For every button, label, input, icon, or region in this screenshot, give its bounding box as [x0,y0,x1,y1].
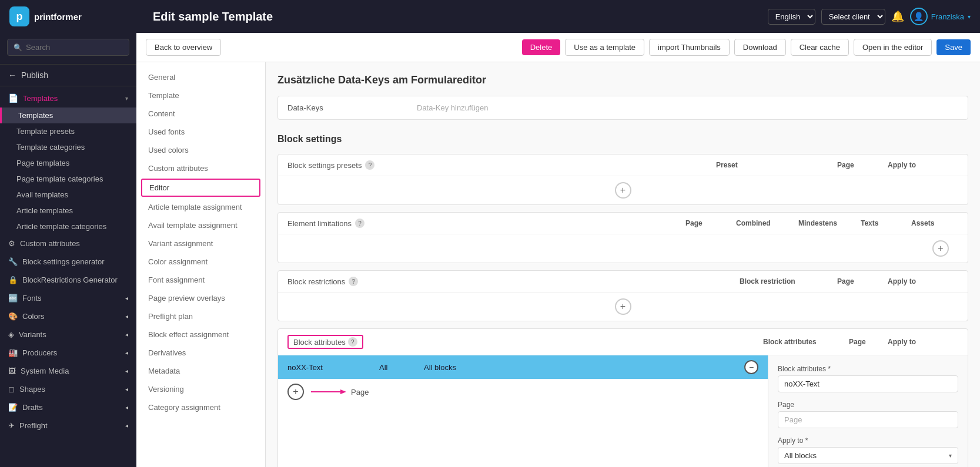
fonts-icon: 🔤 [8,294,18,303]
left-nav-item-block-effect-assignment[interactable]: Block effect assignment [136,325,265,344]
left-nav-item-color-assignment[interactable]: Color assignment [136,253,265,271]
sidebar-item-variants[interactable]: ◈ Variants ◂ [0,325,136,344]
search-input[interactable] [26,43,125,52]
data-keys-placeholder[interactable]: Data-Key hinzufügen [417,103,488,112]
left-nav-item-template[interactable]: Template [136,86,265,105]
sidebar-item-templates[interactable]: 📄 Templates ▾ [0,89,136,107]
left-nav-item-editor[interactable]: Editor [141,179,260,197]
block-settings-title: Block settings [277,134,968,145]
add-preset-button[interactable]: + [615,182,631,199]
custom-attr-icon: ⚙ [8,239,15,248]
sidebar-item-drafts[interactable]: 📝 Drafts ◂ [0,398,136,416]
sidebar-sub-template-presets[interactable]: Template presets [0,123,136,139]
open-in-editor-button[interactable]: Open in the editor [854,39,932,56]
logo-area[interactable]: p printformer [9,6,146,26]
left-nav-item-variant-assignment[interactable]: Variant assignment [136,234,265,253]
left-nav-item-used-fonts[interactable]: Used fonts [136,123,265,141]
sidebar-sub-templates-active[interactable]: Templates [0,107,136,123]
left-nav-item-metadata[interactable]: Metadata [136,362,265,380]
left-nav-item-general[interactable]: General [136,68,265,86]
topbar-actions: English Select client 🔔 👤 Franziska ▾ [768,8,971,25]
colors-chevron-icon: ◂ [125,313,128,320]
ba-form-attr-label: Block attributes * [778,365,958,373]
left-nav-item-page-preview-overlays[interactable]: Page preview overlays [136,289,265,307]
ba-form-apply-select[interactable]: All blocks ▾ [778,447,958,464]
sidebar-item-fonts[interactable]: 🔤 Fonts ◂ [0,289,136,307]
main-content: Back to overview Delete Use as a templat… [136,33,980,467]
right-panel: Zusätzliche Data-Keys am Formulareditor … [266,62,980,467]
save-button[interactable]: Save [936,39,971,55]
publish-item[interactable]: ← Publish [0,64,136,86]
left-nav-item-derivatives[interactable]: Derivatives [136,344,265,362]
back-arrow-icon: ← [8,70,16,80]
client-select[interactable]: Select client [821,9,885,25]
colors-icon: 🎨 [8,312,18,321]
block-restrictions-icon: 🔒 [8,276,18,284]
sidebar-sub-article-template-categories[interactable]: Article template categories [0,219,136,234]
left-nav-item-font-assignment[interactable]: Font assignment [136,271,265,289]
sidebar-item-colors[interactable]: 🎨 Colors ◂ [0,307,136,325]
sidebar-item-producers[interactable]: 🏭 Producers ◂ [0,344,136,362]
data-keys-title: Zusätzliche Data-Keys am Formulareditor [277,74,968,86]
sidebar-item-shapes[interactable]: ◻ Shapes ◂ [0,380,136,398]
sidebar-sub-avail-templates[interactable]: Avail templates [0,187,136,203]
el-assets-col: Assets [911,219,958,227]
block-attributes-help-icon[interactable]: ? [348,337,357,347]
sidebar-item-block-restrictions[interactable]: 🔒 BlockRestrictions Generator [0,271,136,289]
language-select[interactable]: English [768,9,815,25]
left-nav-item-used-colors[interactable]: Used colors [136,141,265,159]
use-as-template-button[interactable]: Use as a template [565,39,644,56]
content-body: General Template Content Used fonts Used… [136,62,980,467]
left-nav-item-article-template-assignment[interactable]: Article template assignment [136,198,265,216]
clear-cache-button[interactable]: Clear cache [791,39,849,56]
br-page-col: Page [837,277,884,285]
user-area[interactable]: 👤 Franziska ▾ [910,8,971,25]
ba-apply-value: All blocks [424,363,494,372]
user-avatar: 👤 [910,8,928,25]
import-thumbnails-button[interactable]: import Thumbnails [649,39,730,56]
sidebar-sub-template-categories[interactable]: Template categories [0,139,136,155]
left-nav-item-avail-template-assignment[interactable]: Avail template assignment [136,216,265,234]
block-attributes-row[interactable]: noXX-Text All All blocks − [278,355,768,379]
delete-button[interactable]: Delete [522,39,561,55]
publish-label: Publish [21,70,48,80]
add-block-attribute-row: + Page [278,379,768,405]
logo-text: printformer [34,12,82,22]
block-settings-presets-card: Block settings presets ? Preset Page App… [277,154,968,205]
add-block-attribute-button[interactable]: + [287,384,304,400]
left-nav-item-preflight-plan[interactable]: Preflight plan [136,307,265,325]
ba-form-attr-value: noXX-Text [778,375,958,392]
add-block-restriction-button[interactable]: + [615,298,631,315]
data-keys-section: Data-Keys Data-Key hinzufügen [277,96,968,120]
back-to-overview-button[interactable]: Back to overview [146,39,221,56]
drafts-chevron-icon: ◂ [125,404,128,411]
block-settings-presets-help-icon[interactable]: ? [365,160,374,170]
templates-icon: 📄 [8,93,18,103]
remove-block-attribute-button[interactable]: − [744,360,758,374]
left-nav-item-content[interactable]: Content [136,105,265,123]
left-nav-item-category-assignment[interactable]: Category assignment [136,398,265,416]
ba-form-apply-row: Apply to * All blocks ▾ [778,436,958,464]
sidebar: 🔍 ← Publish 📄 Templates ▾ Templates Temp… [0,33,136,467]
sidebar-item-preflight[interactable]: ✈ Preflight ◂ [0,416,136,435]
page-arrow-label: Page [351,388,369,397]
sidebar-item-system-media[interactable]: 🖼 System Media ◂ [0,362,136,380]
sidebar-sub-article-templates[interactable]: Article templates [0,203,136,219]
block-attributes-label: Block attributes [293,338,346,347]
download-button[interactable]: Download [734,39,786,56]
sidebar-sub-page-templates[interactable]: Page templates [0,155,136,171]
sidebar-sub-page-template-categories[interactable]: Page template categories [0,171,136,187]
left-nav-item-versioning[interactable]: Versioning [136,380,265,398]
bell-icon[interactable]: 🔔 [891,10,904,23]
left-nav-item-custom-attributes[interactable]: Custom attributes [136,159,265,177]
sidebar-item-block-settings[interactable]: 🔧 Block settings generator [0,253,136,271]
block-restrictions-help-icon[interactable]: ? [349,277,358,286]
system-media-chevron-icon: ◂ [125,368,128,374]
sidebar-item-custom-attributes[interactable]: ⚙ Custom attributes [0,234,136,253]
add-element-limitation-button[interactable]: + [932,240,949,257]
producers-icon: 🏭 [8,348,18,357]
user-chevron-icon: ▾ [968,14,971,20]
element-limitations-help-icon[interactable]: ? [355,219,364,228]
ba-form-page-value[interactable]: Page [778,411,958,428]
ba-form-page-label: Page [778,401,958,409]
